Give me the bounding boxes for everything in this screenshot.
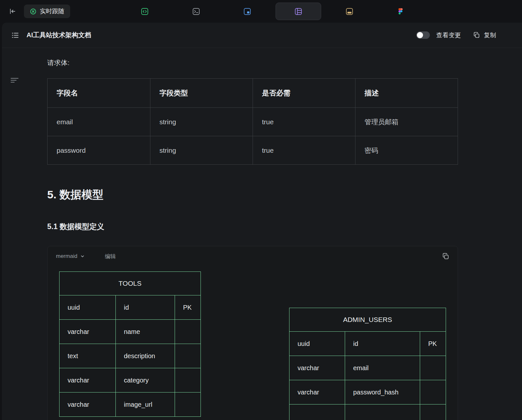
tab-terminal[interactable] [173,3,219,20]
view-changes-label[interactable]: 查看变更 [436,31,461,39]
entity-row: textdescription [60,344,201,368]
tab-document[interactable] [276,3,321,20]
top-toolbar: 实时跟随 [0,0,522,23]
preview-window-icon [244,8,251,15]
edit-button[interactable]: 编辑 [105,253,116,260]
copy-label: 复制 [484,31,496,39]
entity-cell: image_url [116,392,175,416]
entity-cell: varchar [60,392,116,416]
entity-row: varcharemail [289,356,446,380]
tab-preview[interactable] [224,3,270,20]
entity-row: uuididPK [289,331,446,356]
entity-cell [175,344,201,368]
inbox-window-icon [346,8,353,15]
table-row: 字段名字段类型是否必需描述 [48,79,458,107]
table-header-cell: 是否必需 [253,79,355,107]
entity-cell: description [116,344,175,368]
entity-cell: varchar [60,368,116,392]
entity-cell [175,368,201,392]
er-entity-tools: TOOLSuuididPKvarcharnametextdescriptionv… [59,271,201,417]
copy-code-icon[interactable] [442,253,449,260]
table-cell: 管理员邮箱 [355,108,458,136]
tab-code[interactable] [122,3,168,20]
entity-cell: PK [420,332,446,356]
document-body: 请求体: 字段名字段类型是否必需描述emailstringtrue管理员邮箱pa… [2,48,522,420]
params-table: 字段名字段类型是否必需描述emailstringtrue管理员邮箱passwor… [47,78,458,165]
request-body-label: 请求体: [47,58,522,67]
entity-cell: varchar [289,380,345,404]
entity-row: varcharname [60,319,201,344]
entity-cell: PK [175,295,201,319]
entity-cell: text [60,344,116,368]
document-header: AI工具站技术架构文档 查看变更 复制 [2,23,522,48]
entity-cell: varchar [289,356,345,380]
table-header-cell: 字段名 [48,79,150,107]
document-table-icon [295,8,302,15]
entity-row: varcharimage_url [60,392,201,416]
subsection-heading: 5.1 数据模型定义 [47,222,522,232]
copy-icon [473,32,480,39]
table-header-cell: 字段类型 [150,79,253,107]
language-label: mermaid [56,253,77,260]
table-cell: 密码 [355,136,458,164]
chevron-down-icon [80,254,85,259]
table-header-cell: 描述 [355,79,458,107]
table-cell: email [48,108,150,136]
entity-cell [175,320,201,344]
view-changes-toggle[interactable] [416,31,430,39]
entity-cell: uuid [60,295,116,319]
table-cell: true [253,136,355,164]
entity-cell: uuid [289,332,345,356]
entity-cell [289,404,345,420]
entity-cell [420,380,446,404]
code-editor-icon [141,8,148,15]
er-entity-admin-users: ADMIN_USERSuuididPKvarcharemailvarcharpa… [289,308,446,420]
terminal-icon [192,8,200,15]
entity-row: uuididPK [60,295,201,319]
entity-row: varcharpassword_hash [289,380,446,404]
entity-cell: category [116,368,175,392]
entity-cell: varchar [60,320,116,344]
entity-cell [345,404,420,420]
entity-name: ADMIN_USERS [289,308,446,331]
tab-figma[interactable] [377,3,423,20]
figma-icon [397,8,404,15]
entity-cell [420,356,446,380]
page-title: AI工具站技术架构文档 [27,31,91,39]
copy-button[interactable]: 复制 [473,31,496,39]
table-row: passwordstringtrue密码 [48,136,458,164]
table-cell: password [48,136,150,164]
workspace-tabs [0,0,522,23]
document-panel: AI工具站技术架构文档 查看变更 复制 请求体: 字段名字段类型是否必需描述em… [2,23,522,420]
entity-row: varcharcategory [60,368,201,392]
table-cell: true [253,108,355,136]
entity-cell: password_hash [345,380,420,404]
tab-inbox[interactable] [327,3,372,20]
mermaid-code-block: mermaid 编辑 TOOLSuuididPKvarcharn [47,246,458,420]
er-diagram: TOOLSuuididPKvarcharnametextdescriptionv… [48,266,458,420]
code-block-header: mermaid 编辑 [48,246,458,266]
entity-cell: id [345,332,420,356]
entity-cell: email [345,356,420,380]
table-row: emailstringtrue管理员邮箱 [48,107,458,136]
outline-list-icon[interactable] [10,30,21,41]
entity-row [289,404,446,420]
entity-cell: id [116,295,175,319]
entity-cell: name [116,320,175,344]
entity-name: TOOLS [60,272,201,295]
table-cell: string [150,136,253,164]
section-heading: 5. 数据模型 [47,187,522,202]
toggle-knob [417,32,423,38]
table-cell: string [150,108,253,136]
entity-cell [175,392,201,416]
block-handle-icon[interactable] [10,76,19,85]
language-selector[interactable]: mermaid [56,253,85,260]
entity-cell [420,404,446,420]
